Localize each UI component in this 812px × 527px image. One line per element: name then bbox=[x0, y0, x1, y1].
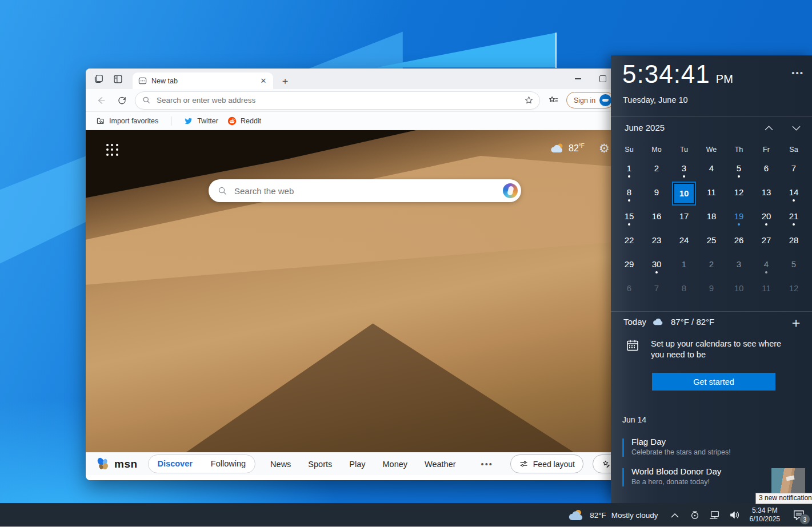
add-event-plus-icon[interactable]: ＋ bbox=[789, 313, 803, 332]
favorites-divider bbox=[171, 116, 171, 126]
tab-activity-icon[interactable] bbox=[93, 73, 104, 85]
calendar-day[interactable]: 2 bbox=[643, 160, 670, 184]
calendar-day[interactable]: 12 bbox=[780, 280, 807, 304]
newtab-weather-widget[interactable]: 82°F bbox=[550, 143, 585, 154]
month-next-chevron-icon[interactable] bbox=[789, 123, 803, 133]
calendar-day[interactable]: 9 bbox=[698, 280, 725, 304]
msn-more-icon[interactable]: ••• bbox=[481, 460, 493, 469]
calendar-day[interactable]: 28 bbox=[780, 232, 807, 256]
network-ethernet-icon[interactable] bbox=[709, 509, 721, 521]
calendar-day[interactable]: 1 bbox=[615, 160, 643, 184]
calendar-day[interactable]: 19 bbox=[725, 208, 753, 232]
office-apps-grid-icon[interactable] bbox=[106, 144, 119, 156]
page-settings-gear-icon[interactable]: ⚙ bbox=[599, 142, 610, 155]
calendar-day[interactable]: 8 bbox=[615, 184, 643, 208]
calendar-day[interactable]: 3 bbox=[670, 160, 698, 184]
msn-nav-weather[interactable]: Weather bbox=[425, 460, 456, 469]
msn-nav-news[interactable]: News bbox=[270, 460, 291, 469]
calendar-day[interactable]: 3 bbox=[725, 256, 753, 280]
new-tab-button[interactable]: ＋ bbox=[278, 73, 293, 88]
calendar-day[interactable]: 13 bbox=[753, 184, 780, 208]
calendar-day[interactable]: 7 bbox=[643, 280, 670, 304]
vertical-tabs-icon[interactable] bbox=[112, 73, 123, 85]
web-search-box[interactable] bbox=[209, 179, 521, 202]
sign-in-button[interactable]: Sign in bbox=[566, 92, 614, 108]
calendar-day[interactable]: 15 bbox=[615, 208, 643, 232]
address-bar[interactable] bbox=[135, 91, 540, 110]
favorites-hub-icon[interactable] bbox=[546, 93, 561, 108]
event-flag-day[interactable]: Flag Day Celebrate the stars and stripes… bbox=[622, 437, 731, 457]
address-input[interactable] bbox=[155, 95, 519, 105]
calendar-day[interactable]: 4 bbox=[753, 256, 780, 280]
calendar-day[interactable]: 5 bbox=[725, 160, 753, 184]
calendar-day[interactable]: 9 bbox=[643, 184, 670, 208]
calendar-day[interactable]: 4 bbox=[698, 160, 725, 184]
calendar-day[interactable]: 17 bbox=[670, 208, 698, 232]
calendar-day[interactable]: 29 bbox=[615, 256, 643, 280]
back-button[interactable] bbox=[94, 93, 109, 108]
web-search-input[interactable] bbox=[233, 186, 497, 196]
calendar-day-number: 1 bbox=[682, 259, 686, 270]
import-favorites-button[interactable]: Import favorites bbox=[94, 116, 161, 126]
clock-date[interactable]: Tuesday, June 10 bbox=[623, 95, 688, 104]
tab-new-tab[interactable]: New tab ✕ bbox=[133, 73, 273, 89]
calendar-day[interactable]: 22 bbox=[615, 232, 643, 256]
taskbar-clock[interactable]: 5:34 PM 6/10/2025 bbox=[750, 506, 780, 524]
calendar-day[interactable]: 27 bbox=[753, 232, 780, 256]
calendar-day[interactable]: 18 bbox=[698, 208, 725, 232]
dow-label: Th bbox=[725, 146, 753, 154]
calendar-day[interactable]: 1 bbox=[670, 256, 698, 280]
calendar-day[interactable]: 20 bbox=[753, 208, 780, 232]
event-dot bbox=[628, 199, 630, 202]
msn-nav-play[interactable]: Play bbox=[349, 460, 365, 469]
calendar-day[interactable]: 21 bbox=[780, 208, 807, 232]
calendar-day[interactable]: 6 bbox=[753, 160, 780, 184]
action-center-button[interactable]: 3 bbox=[789, 505, 809, 525]
calendar-day[interactable]: 14 bbox=[780, 184, 807, 208]
calendar-day-number: 4 bbox=[764, 259, 769, 270]
calendar-day-selected[interactable]: 10 bbox=[670, 184, 698, 208]
calendar-day[interactable]: 24 bbox=[670, 232, 698, 256]
window-maximize-button[interactable] bbox=[594, 72, 611, 86]
add-favorite-star-icon[interactable] bbox=[524, 95, 534, 105]
calendar-day-number: 19 bbox=[734, 211, 744, 222]
calendar-day-number: 3 bbox=[737, 259, 741, 270]
calendar-day[interactable]: 6 bbox=[615, 280, 643, 304]
flyout-more-icon[interactable]: ••• bbox=[791, 68, 804, 78]
taskbar-weather-widget[interactable]: 82°F Mostly cloudy bbox=[567, 509, 658, 521]
volume-icon[interactable] bbox=[729, 509, 741, 521]
tab-discover[interactable]: Discover bbox=[149, 455, 202, 473]
calendar-day[interactable]: 8 bbox=[670, 280, 698, 304]
tab-following[interactable]: Following bbox=[202, 455, 255, 473]
calendar-day[interactable]: 12 bbox=[725, 184, 753, 208]
calendar-day[interactable]: 11 bbox=[753, 280, 780, 304]
notification-badge: 3 bbox=[799, 514, 810, 525]
get-started-button[interactable]: Get started bbox=[652, 373, 775, 391]
month-prev-chevron-icon[interactable] bbox=[762, 123, 775, 133]
calendar-day[interactable]: 16 bbox=[643, 208, 670, 232]
refresh-button[interactable] bbox=[114, 93, 129, 108]
calendar-day[interactable]: 26 bbox=[725, 232, 753, 256]
favorite-reddit[interactable]: Reddit bbox=[225, 116, 263, 126]
calendar-day[interactable]: 25 bbox=[698, 232, 725, 256]
calendar-day[interactable]: 2 bbox=[698, 256, 725, 280]
calendar-day[interactable]: 30 bbox=[643, 256, 670, 280]
favorite-twitter[interactable]: Twitter bbox=[182, 116, 221, 126]
hidden-icons-chevron-icon[interactable] bbox=[671, 513, 679, 518]
calendar-day-number: 7 bbox=[654, 283, 659, 294]
month-header[interactable]: June 2025 bbox=[625, 123, 665, 132]
feed-layout-button[interactable]: Feed layout bbox=[510, 454, 583, 473]
tray-app-icon[interactable] bbox=[689, 509, 701, 521]
msn-nav-money[interactable]: Money bbox=[383, 460, 408, 469]
calendar-day[interactable]: 5 bbox=[780, 256, 807, 280]
calendar-day[interactable]: 7 bbox=[780, 160, 807, 184]
msn-logo[interactable]: msn bbox=[96, 457, 138, 471]
calendar-day[interactable]: 11 bbox=[698, 184, 725, 208]
tab-close-icon[interactable]: ✕ bbox=[258, 76, 269, 86]
calendar-day[interactable]: 23 bbox=[643, 232, 670, 256]
window-minimize-button[interactable] bbox=[569, 72, 586, 86]
event-world-blood-donor-day[interactable]: World Blood Donor Day Be a hero, donate … bbox=[622, 466, 721, 486]
calendar-day[interactable]: 10 bbox=[725, 280, 753, 304]
copilot-icon[interactable] bbox=[503, 183, 518, 198]
msn-nav-sports[interactable]: Sports bbox=[308, 460, 332, 469]
